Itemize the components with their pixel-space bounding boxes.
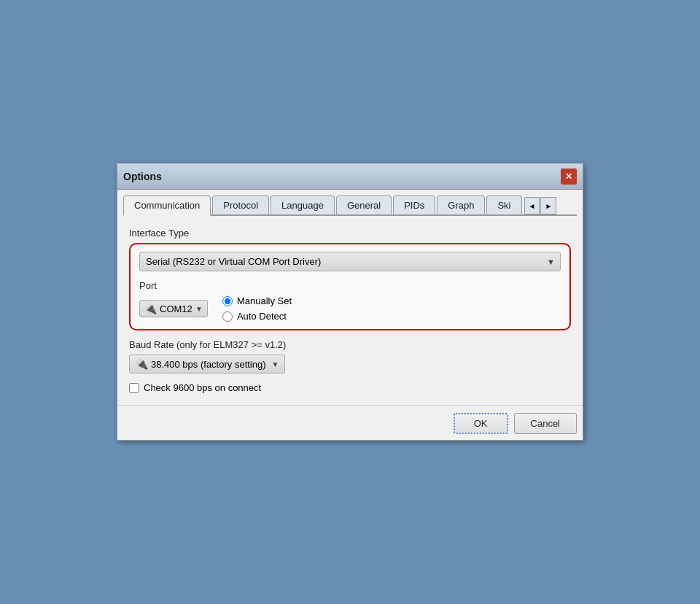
red-box: Serial (RS232 or Virtual COM Port Driver… (129, 243, 571, 330)
port-select[interactable]: COM1 COM2 COM3 COM4 COM12 (160, 303, 192, 314)
tab-prev-button[interactable]: ◄ (524, 197, 540, 214)
port-section: 🔌 COM1 COM2 COM3 COM4 COM12 ▼ (139, 295, 561, 322)
radio-auto-detect-input[interactable] (222, 311, 233, 322)
radio-group: Manually Set Auto Detect (222, 295, 292, 322)
interface-type-select[interactable]: Serial (RS232 or Virtual COM Port Driver… (139, 252, 561, 271)
baud-rate-text: 38.400 bps (factory setting) (151, 359, 266, 370)
close-button[interactable]: ✕ (561, 169, 577, 185)
tabs-container: Communication Protocol Language General … (123, 195, 577, 216)
tab-protocol[interactable]: Protocol (212, 195, 269, 214)
tab-communication[interactable]: Communication (123, 195, 211, 216)
port-dropdown-wrapper[interactable]: 🔌 COM1 COM2 COM3 COM4 COM12 ▼ (139, 300, 208, 317)
tab-graph[interactable]: Graph (437, 195, 485, 214)
cancel-button[interactable]: Cancel (514, 413, 577, 434)
buttons-area: OK Cancel (117, 405, 583, 440)
interface-type-label: Interface Type (129, 228, 571, 239)
title-bar: Options ✕ (117, 164, 583, 190)
port-dropdown-arrow: ▼ (195, 305, 203, 313)
options-dialog: Options ✕ Communication Protocol Languag… (117, 163, 583, 441)
tab-language[interactable]: Language (271, 195, 335, 214)
baud-rate-section: Baud Rate (only for ELM327 >= v1.2) 🔌 38… (129, 339, 571, 373)
checkbox-section[interactable]: Check 9600 bps on connect (129, 382, 571, 393)
check-9600-checkbox[interactable] (129, 383, 139, 393)
baud-plug-icon: 🔌 (136, 358, 148, 370)
radio-manually-set[interactable]: Manually Set (222, 295, 292, 306)
tab-ski[interactable]: Ski (486, 195, 521, 214)
radio-auto-detect-label: Auto Detect (237, 311, 287, 322)
content-area: Interface Type Serial (RS232 or Virtual … (123, 225, 577, 399)
dialog-body: Communication Protocol Language General … (117, 190, 583, 405)
radio-manually-set-label: Manually Set (237, 295, 292, 306)
baud-rate-label: Baud Rate (only for ELM327 >= v1.2) (129, 339, 571, 350)
tab-pids[interactable]: PIDs (393, 195, 435, 214)
radio-manually-set-input[interactable] (222, 296, 233, 306)
radio-auto-detect[interactable]: Auto Detect (222, 311, 292, 322)
port-plug-icon: 🔌 (144, 303, 157, 314)
ok-button[interactable]: OK (454, 413, 508, 434)
tab-next-button[interactable]: ► (540, 197, 556, 214)
baud-rate-dropdown-wrapper[interactable]: 🔌 38.400 bps (factory setting) ▼ (129, 355, 285, 373)
check-9600-label: Check 9600 bps on connect (144, 382, 261, 393)
port-label: Port (139, 280, 561, 291)
dialog-title: Options (123, 171, 162, 182)
baud-dropdown-arrow: ▼ (272, 360, 279, 368)
interface-type-dropdown-wrapper[interactable]: Serial (RS232 or Virtual COM Port Driver… (139, 252, 561, 271)
tab-general[interactable]: General (336, 195, 392, 214)
